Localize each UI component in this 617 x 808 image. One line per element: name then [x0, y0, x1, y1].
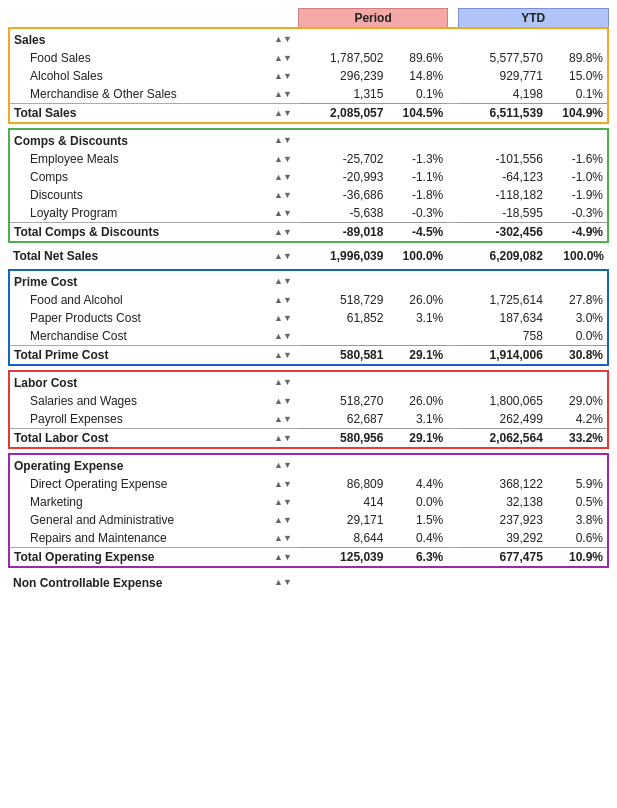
- label-cell: Total Prime Cost: [9, 346, 267, 366]
- sort-icon[interactable]: ▲▼: [267, 291, 299, 309]
- label-cell: Paper Products Cost: [9, 309, 267, 327]
- value-cell: 262,499: [458, 410, 547, 429]
- sort-icon[interactable]: ▲▼: [267, 475, 299, 493]
- separator-cell: [447, 371, 458, 392]
- section-header-row: Prime Cost▲▼: [9, 270, 608, 291]
- value-cell: 518,729: [299, 291, 388, 309]
- sort-icon[interactable]: ▲▼: [267, 223, 299, 243]
- value-cell: 1,800,065: [458, 392, 547, 410]
- separator-cell: [447, 129, 458, 150]
- sort-icon[interactable]: ▲▼: [267, 28, 299, 49]
- value-cell: 677,475: [458, 548, 547, 568]
- sort-icon[interactable]: ▲▼: [267, 247, 299, 265]
- sort-icon[interactable]: ▲▼: [267, 529, 299, 548]
- separator-cell: [447, 475, 458, 493]
- separator-cell: [447, 429, 458, 449]
- item-row: Discounts▲▼-36,686-1.8%-118,182-1.9%: [9, 186, 608, 204]
- separator-cell: [447, 150, 458, 168]
- value-cell: 1,787,502: [299, 49, 388, 67]
- value-cell: -1.6%: [547, 150, 608, 168]
- value-cell: 26.0%: [387, 291, 447, 309]
- label-cell: Repairs and Maintenance: [9, 529, 267, 548]
- net-sales-row: Total Net Sales▲▼1,996,039100.0%6,209,08…: [9, 247, 608, 265]
- col-header-period: Period: [299, 9, 447, 29]
- value-cell: -4.9%: [547, 223, 608, 243]
- separator-cell: [447, 392, 458, 410]
- value-cell: 296,239: [299, 67, 388, 85]
- sort-icon[interactable]: ▲▼: [267, 346, 299, 366]
- item-row: Payroll Expenses▲▼62,6873.1%262,4994.2%: [9, 410, 608, 429]
- value-cell: 929,771: [458, 67, 547, 85]
- value-cell: 30.8%: [547, 346, 608, 366]
- sort-icon[interactable]: ▲▼: [267, 429, 299, 449]
- sort-icon[interactable]: ▲▼: [267, 104, 299, 124]
- sort-icon[interactable]: ▲▼: [267, 309, 299, 327]
- value-cell: 6.3%: [387, 548, 447, 568]
- sort-icon[interactable]: ▲▼: [267, 129, 299, 150]
- separator-cell: [447, 410, 458, 429]
- value-cell: 0.6%: [547, 529, 608, 548]
- total-row: Total Labor Cost▲▼580,95629.1%2,062,5643…: [9, 429, 608, 449]
- value-cell: 237,923: [458, 511, 547, 529]
- value-cell: 10.9%: [547, 548, 608, 568]
- value-cell: [387, 454, 447, 475]
- value-cell: [299, 270, 388, 291]
- sort-icon[interactable]: ▲▼: [267, 168, 299, 186]
- separator-cell: [447, 309, 458, 327]
- sort-icon[interactable]: ▲▼: [267, 327, 299, 346]
- value-cell: [387, 28, 447, 49]
- item-row: Food and Alcohol▲▼518,72926.0%1,725,6142…: [9, 291, 608, 309]
- value-cell: 0.4%: [387, 529, 447, 548]
- value-cell: 3.8%: [547, 511, 608, 529]
- value-cell: 8,644: [299, 529, 388, 548]
- sort-icon[interactable]: ▲▼: [267, 493, 299, 511]
- col-header-ytd: YTD: [458, 9, 608, 29]
- value-cell: 1.5%: [387, 511, 447, 529]
- value-cell: 1,914,006: [458, 346, 547, 366]
- separator-cell: [447, 529, 458, 548]
- value-cell: 518,270: [299, 392, 388, 410]
- value-cell: 100.0%: [547, 247, 608, 265]
- value-cell: -36,686: [299, 186, 388, 204]
- sort-icon[interactable]: ▲▼: [267, 204, 299, 223]
- value-cell: 0.1%: [387, 85, 447, 104]
- sort-icon[interactable]: ▲▼: [267, 511, 299, 529]
- section-header-row: Operating Expense▲▼: [9, 454, 608, 475]
- separator-cell: [447, 204, 458, 223]
- value-cell: [299, 327, 388, 346]
- sort-icon[interactable]: ▲▼: [267, 270, 299, 291]
- value-cell: [299, 129, 388, 150]
- value-cell: 0.1%: [547, 85, 608, 104]
- sort-icon[interactable]: ▲▼: [267, 49, 299, 67]
- value-cell: [458, 270, 547, 291]
- sort-icon[interactable]: ▲▼: [267, 150, 299, 168]
- value-cell: [299, 572, 388, 592]
- value-cell: 104.5%: [387, 104, 447, 124]
- sort-icon[interactable]: ▲▼: [267, 371, 299, 392]
- value-cell: 2,085,057: [299, 104, 388, 124]
- label-cell: Non Controllable Expense: [9, 572, 267, 592]
- separator-cell: [447, 270, 458, 291]
- sort-icon[interactable]: ▲▼: [267, 410, 299, 429]
- sort-icon[interactable]: ▲▼: [267, 572, 299, 592]
- value-cell: -1.9%: [547, 186, 608, 204]
- section-header-row: Non Controllable Expense▲▼: [9, 572, 608, 592]
- sort-icon[interactable]: ▲▼: [267, 548, 299, 568]
- value-cell: [458, 572, 547, 592]
- label-cell: Loyalty Program: [9, 204, 267, 223]
- separator-cell: [447, 223, 458, 243]
- value-cell: 580,581: [299, 346, 388, 366]
- separator-cell: [447, 572, 458, 592]
- sort-icon[interactable]: ▲▼: [267, 85, 299, 104]
- label-cell: Alcohol Sales: [9, 67, 267, 85]
- value-cell: 0.5%: [547, 493, 608, 511]
- sort-icon[interactable]: ▲▼: [267, 454, 299, 475]
- sort-icon[interactable]: ▲▼: [267, 67, 299, 85]
- value-cell: 62,687: [299, 410, 388, 429]
- value-cell: -101,556: [458, 150, 547, 168]
- value-cell: 14.8%: [387, 67, 447, 85]
- sort-icon[interactable]: ▲▼: [267, 186, 299, 204]
- value-cell: [547, 129, 608, 150]
- sort-icon[interactable]: ▲▼: [267, 392, 299, 410]
- value-cell: 125,039: [299, 548, 388, 568]
